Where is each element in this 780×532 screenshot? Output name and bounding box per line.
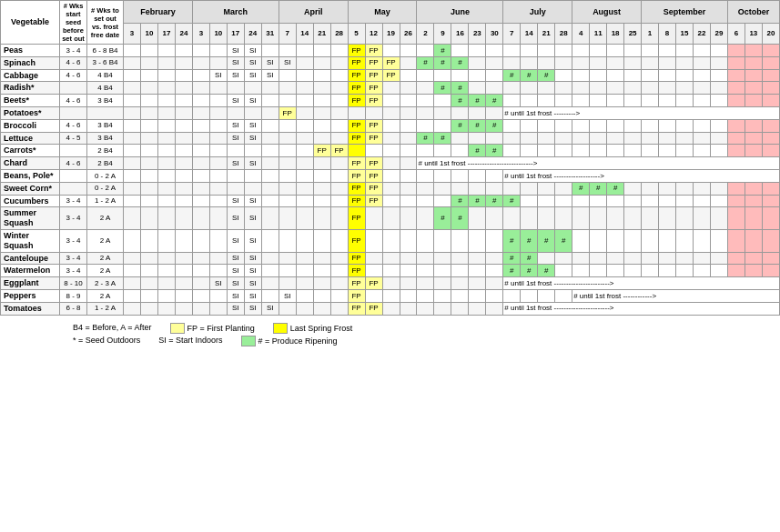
wks-set-cell: 3 B4: [87, 132, 124, 145]
data-cell: [642, 119, 659, 132]
data-cell: [279, 302, 296, 315]
data-cell: [124, 145, 141, 157]
data-cell: [313, 119, 330, 132]
data-cell: [762, 82, 779, 95]
data-cell: [296, 229, 313, 252]
data-cell: [261, 106, 279, 119]
data-cell: [400, 229, 417, 252]
data-cell: [555, 69, 572, 82]
data-cell: [382, 277, 400, 290]
data-cell: [382, 229, 400, 252]
data-cell: [521, 56, 538, 69]
data-cell: [209, 169, 227, 182]
data-cell: [451, 182, 469, 195]
table-row: Cabbage4 - 64 B4SISISISIFPFPFP###: [1, 69, 780, 82]
wks-start-cell: [60, 145, 87, 157]
data-cell: [140, 119, 157, 132]
data-cell: [261, 229, 279, 252]
data-cell: [157, 157, 175, 170]
data-cell: [175, 252, 192, 265]
hash-box: [241, 336, 256, 346]
data-cell: [555, 207, 572, 230]
data-cell: [469, 169, 486, 182]
data-cell: [175, 182, 192, 195]
data-cell: [330, 195, 348, 207]
data-cell: SI: [227, 56, 244, 69]
data-cell: [209, 265, 227, 277]
wks-set-cell: 3 B4: [87, 95, 124, 107]
data-cell: [607, 252, 624, 265]
data-cell: [572, 132, 590, 145]
data-cell: [745, 69, 762, 82]
data-cell: [624, 145, 642, 157]
data-cell: [642, 45, 659, 57]
data-cell: [486, 182, 503, 195]
data-cell: #: [538, 229, 555, 252]
data-cell: [313, 157, 330, 170]
legend-seed: * = Seed Outdoors: [73, 336, 140, 346]
data-cell: [451, 289, 469, 302]
data-cell: [417, 229, 434, 252]
data-cell: [762, 195, 779, 207]
data-cell: [261, 169, 279, 182]
data-cell: [710, 195, 727, 207]
data-cell: [330, 69, 348, 82]
data-cell: [486, 229, 503, 252]
data-cell: SI: [261, 302, 279, 315]
data-cell: [710, 265, 727, 277]
data-cell: [451, 265, 469, 277]
data-cell: [400, 277, 417, 290]
mar-d1: 3: [192, 24, 209, 45]
data-cell: [261, 157, 279, 170]
data-cell: [192, 82, 209, 95]
data-cell: [417, 182, 434, 195]
data-cell: [727, 45, 745, 57]
data-cell: [209, 132, 227, 145]
data-cell: [503, 82, 521, 95]
data-cell: [607, 145, 624, 157]
apr-d4: 28: [330, 24, 348, 45]
data-cell: [745, 207, 762, 230]
veg-cell: Potatoes*: [1, 106, 60, 119]
wks-set-cell: 1 - 2 A: [87, 195, 124, 207]
sep-d1: 1: [642, 24, 659, 45]
data-cell: [227, 182, 244, 195]
mar-header: March: [192, 1, 279, 24]
feb-d3: 17: [157, 24, 175, 45]
data-cell: [417, 82, 434, 95]
data-cell: [572, 119, 590, 132]
data-cell: [659, 119, 676, 132]
data-cell: [469, 265, 486, 277]
data-cell: FP: [348, 277, 365, 290]
data-cell: [642, 265, 659, 277]
data-cell: [469, 289, 486, 302]
data-cell: [279, 182, 296, 195]
data-cell: [624, 69, 642, 82]
data-cell: [727, 119, 745, 132]
data-cell: [624, 132, 642, 145]
data-cell: SI: [244, 289, 261, 302]
table-row: Sweet Corn*0 - 2 AFPFP###: [1, 182, 780, 195]
data-cell: [451, 302, 469, 315]
data-cell: [572, 82, 590, 95]
data-cell: [434, 145, 451, 157]
data-cell: SI: [227, 302, 244, 315]
data-cell: [175, 119, 192, 132]
data-cell: [140, 277, 157, 290]
wks-start-cell: 3 - 4: [60, 229, 87, 252]
wks-start-cell: 6 - 8: [60, 302, 87, 315]
data-cell: [486, 265, 503, 277]
data-cell: [175, 45, 192, 57]
data-cell: [727, 56, 745, 69]
data-cell: [762, 45, 779, 57]
data-cell: [486, 207, 503, 230]
data-cell: [642, 132, 659, 145]
data-cell: FP: [365, 132, 382, 145]
data-cell: SI: [244, 229, 261, 252]
data-cell: [434, 229, 451, 252]
data-cell: [400, 252, 417, 265]
data-cell: [296, 169, 313, 182]
data-cell: [313, 195, 330, 207]
data-cell: [313, 56, 330, 69]
data-cell: SI: [227, 132, 244, 145]
